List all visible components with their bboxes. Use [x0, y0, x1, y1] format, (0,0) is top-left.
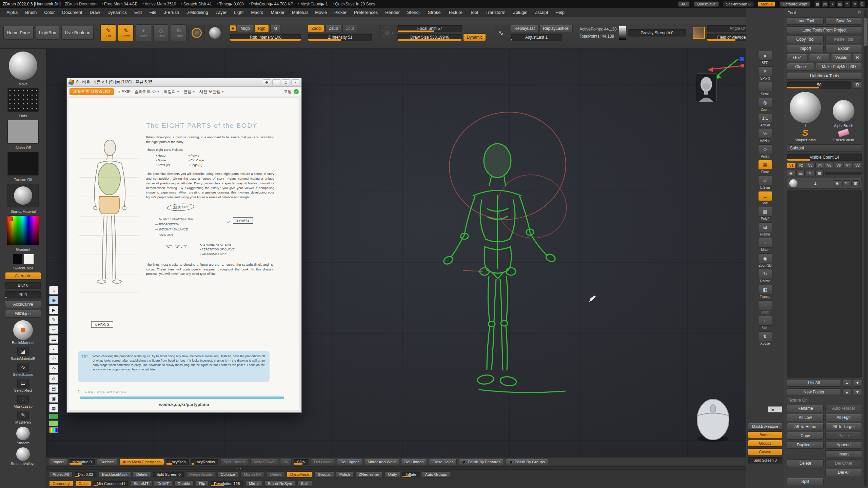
tray-button[interactable]: LazyRadius: [191, 459, 218, 465]
texture-thumbnail[interactable]: [7, 152, 39, 176]
menu-item[interactable]: Picker: [331, 9, 350, 16]
list-all-button[interactable]: List All: [787, 379, 841, 387]
menu-item[interactable]: Render: [381, 9, 403, 16]
scale-button[interactable]: ◇ Scale: [153, 24, 169, 41]
tray-button[interactable]: Delete: [133, 471, 151, 477]
menu-item[interactable]: Preferences: [350, 9, 381, 16]
menu-item[interactable]: Material: [288, 9, 311, 16]
subtool-action-button[interactable]: Delete: [787, 460, 824, 467]
pointer-icon[interactable]: ▶: [49, 306, 58, 314]
subtool-action-button[interactable]: Insert: [825, 450, 862, 458]
switch-color[interactable]: [13, 254, 34, 264]
home-page-button[interactable]: Home Page: [3, 26, 34, 40]
scroll-down-icon[interactable]: ▼: [853, 379, 862, 387]
dot-icon[interactable]: •: [49, 345, 58, 353]
light-green-swatch[interactable]: [49, 421, 58, 426]
split-screen-slider[interactable]: Split Screen 0: [748, 457, 782, 464]
subtool-tab[interactable]: V6: [834, 163, 843, 168]
goz-all-button[interactable]: All: [809, 54, 829, 61]
redo-icon[interactable]: ↷: [49, 365, 58, 373]
opacity-bar-icon[interactable]: ▬: [796, 170, 805, 176]
gravity-alpha-icon[interactable]: [619, 25, 626, 40]
undo-icon[interactable]: ↶: [49, 355, 58, 363]
tray-button[interactable]: SDiv: [294, 459, 309, 465]
subtool-tab[interactable]: V2: [796, 163, 805, 168]
simplebrush-icon[interactable]: S: [802, 128, 808, 137]
menu-item[interactable]: Stroke: [424, 9, 445, 16]
menu-item[interactable]: Draw: [86, 9, 104, 16]
tray-button[interactable]: Min Connected l: [93, 481, 128, 487]
fillobject-button[interactable]: FillObject: [5, 310, 41, 318]
tray-button[interactable]: DelMT: [154, 481, 172, 487]
tray-button[interactable]: Smart ReSym: [264, 481, 296, 487]
adjust-last-slider[interactable]: AdjustLast 1: [511, 34, 562, 41]
refresh-icon[interactable]: ↻: [852, 1, 858, 7]
tray-button[interactable]: Double: [174, 481, 193, 487]
maximize-icon[interactable]: □: [282, 79, 290, 85]
gizmo-move-sphere[interactable]: [9, 52, 37, 80]
tray-button[interactable]: Uv: [280, 459, 292, 465]
alpha-thumbnail[interactable]: [7, 120, 39, 144]
replay-last-button[interactable]: ReplayLast: [511, 25, 538, 32]
subtool-action-button[interactable]: All To Target: [825, 423, 862, 430]
menu-item[interactable]: Alpha: [3, 9, 21, 16]
shelf-button[interactable]: ◇ Persp: [758, 144, 772, 158]
copy-tool-button[interactable]: Copy Tool: [787, 36, 824, 43]
menu-item[interactable]: Zscript: [531, 9, 552, 16]
tray-button[interactable]: Resolution 128: [211, 481, 243, 487]
stroke-icon[interactable]: ∿: [493, 25, 509, 41]
blur-slider[interactable]: Blur 0: [5, 282, 41, 289]
folder-up-icon[interactable]: ▲: [843, 388, 851, 396]
load-tools-from-project-button[interactable]: Load Tools From Project: [787, 26, 862, 34]
menu-item[interactable]: Movie: [311, 9, 331, 16]
shelf-button[interactable]: ◉ Zoom3D: [758, 253, 772, 267]
palette-quick-item[interactable]: BasicMaterial: [12, 320, 34, 345]
lightbulb-icon[interactable]: ☼: [49, 286, 58, 294]
tray-button[interactable]: MergeVisible: [186, 471, 215, 477]
scroll-up-icon[interactable]: ▲: [843, 379, 851, 387]
document-canvas[interactable]: ☼◉▶✎✏▬•↶↷⊘▤▣▦ 0 - 비율, 리듬 > 1 (9).jpg [1/…: [46, 49, 746, 457]
minimize-icon[interactable]: —: [272, 79, 280, 85]
goz-button[interactable]: GoZ: [787, 54, 807, 61]
menu-item[interactable]: Dynamics: [104, 9, 131, 16]
live-boolean-button[interactable]: Live Boolean: [61, 26, 94, 40]
shelf-button[interactable]: ½ AAHalf: [758, 129, 772, 143]
export-button[interactable]: Export: [825, 45, 862, 52]
tray-button[interactable]: StoreMT: [130, 481, 152, 487]
tray-button[interactable]: Close Holes: [429, 459, 457, 465]
print-icon[interactable]: ▤: [49, 384, 58, 393]
shelf-button[interactable]: ▩ PolyF: [758, 207, 772, 221]
palette-quick-item[interactable]: MaskLasso: [14, 395, 33, 408]
z-intensity-slider[interactable]: Z Intensity 51: [308, 34, 372, 41]
folder-down-icon[interactable]: ▼: [853, 388, 862, 396]
subtool-action-button[interactable]: Duplicate: [787, 441, 824, 449]
paint-icon[interactable]: ✎: [806, 170, 814, 176]
menu-item[interactable]: Tool: [466, 9, 482, 16]
move-button[interactable]: + Move: [136, 24, 151, 41]
a-badge[interactable]: A: [230, 25, 236, 31]
scrollbar-thumb[interactable]: [864, 18, 867, 46]
tray-button[interactable]: Unify: [384, 471, 400, 477]
tray-button[interactable]: Auto Groups: [422, 471, 451, 477]
palette-quick-item[interactable]: SelectLasso: [13, 363, 33, 377]
shelf-button[interactable]: ↻ Rotate: [758, 269, 772, 283]
tray-button[interactable]: Surface: [97, 459, 117, 465]
focal-shift-icon[interactable]: [379, 25, 395, 41]
main-color-swatch[interactable]: [13, 254, 23, 264]
current-stroke-button[interactable]: [207, 25, 223, 41]
pin-icon[interactable]: ⊡: [858, 11, 861, 15]
update-banner-button[interactable]: 새 버전이 나왔습니다: [70, 88, 114, 95]
zcut-button[interactable]: Zcut: [342, 25, 357, 32]
import-button[interactable]: Import: [787, 45, 824, 52]
shelf-button[interactable]: ○ Solo: [758, 316, 772, 330]
quicksave-button[interactable]: QuickSave: [694, 1, 719, 7]
groups-button[interactable]: Groups: [748, 440, 782, 447]
eye-icon[interactable]: ◉: [833, 180, 841, 186]
goz-r-button[interactable]: R: [853, 54, 862, 61]
border-button[interactable]: Border: [748, 431, 782, 438]
subtool-action-button[interactable]: Split: [787, 478, 824, 485]
draw-button[interactable]: ✎ Draw: [118, 24, 134, 41]
rf-slider[interactable]: Rf 0: [5, 291, 41, 299]
tray-button[interactable]: Groups: [314, 471, 334, 477]
eye-icon[interactable]: ◉: [787, 170, 795, 176]
